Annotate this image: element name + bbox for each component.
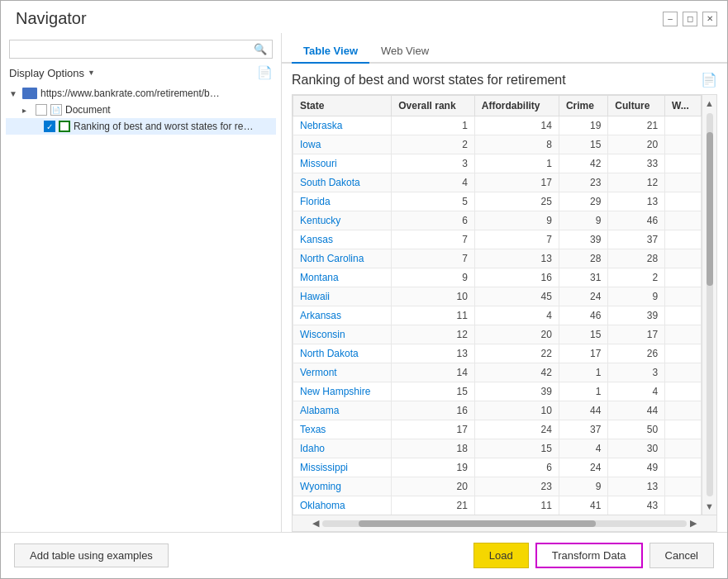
load-button[interactable]: Load — [473, 543, 529, 568]
document-node-label: Document — [65, 104, 111, 116]
table-cell: 46 — [559, 306, 607, 325]
table-cell: 26 — [608, 344, 665, 363]
table-cell: 17 — [474, 173, 559, 192]
table-cell: 20 — [474, 325, 559, 344]
table-row: Idaho1815430 — [293, 439, 702, 458]
table-cell: 1 — [559, 382, 607, 401]
search-bar: 🔍 — [9, 40, 273, 59]
table-cell: 30 — [608, 439, 665, 458]
table-cell: 9 — [474, 211, 559, 230]
table-cell: 45 — [474, 287, 559, 306]
table-cell: 17 — [559, 344, 607, 363]
table-cell: 44 — [608, 401, 665, 420]
table-row: Arkansas1144639 — [293, 306, 702, 325]
table-cell-extra — [665, 249, 702, 268]
left-panel: 🔍 Display Options ▼ 📄 ▼ https://www.bank… — [1, 33, 282, 532]
table-cell: Alabama — [293, 401, 392, 420]
scroll-down-arrow-icon[interactable]: ▼ — [705, 498, 714, 515]
table-cell: 11 — [392, 306, 475, 325]
preview-header: Ranking of best and worst states for ret… — [292, 72, 717, 88]
document-checkbox[interactable] — [36, 104, 47, 116]
table-cell: 42 — [559, 154, 607, 173]
scroll-up-arrow-icon[interactable]: ▲ — [705, 95, 714, 112]
table-cell: 13 — [474, 249, 559, 268]
table-cell: Texas — [293, 420, 392, 439]
table-cell: Oklahoma — [293, 496, 392, 515]
table-cell: 15 — [559, 325, 607, 344]
table-row: Florida5252913 — [293, 192, 702, 211]
table-cell: 4 — [392, 173, 475, 192]
table-cell: 9 — [559, 477, 607, 496]
scroll-thumb-vertical[interactable] — [707, 132, 713, 286]
display-options-button[interactable]: Display Options ▼ — [9, 67, 95, 79]
table-row: North Dakota13221726 — [293, 344, 702, 363]
table-cell-extra — [665, 173, 702, 192]
table-cell: 41 — [559, 496, 607, 515]
tab-bar: Table View Web View — [282, 40, 727, 64]
tree-node-document[interactable]: ▸ 📄 Document — [6, 102, 276, 118]
right-panel: Table View Web View Ranking of best and … — [282, 33, 727, 532]
tree-node-url[interactable]: ▼ https://www.bankrate.com/retirement/be… — [6, 85, 276, 102]
tab-table-view[interactable]: Table View — [292, 40, 369, 64]
add-table-button[interactable]: Add table using examples — [14, 543, 169, 567]
refresh-icon-button[interactable]: 📄 — [257, 65, 273, 80]
table-cell: Arkansas — [293, 306, 392, 325]
tab-web-view[interactable]: Web View — [369, 40, 440, 64]
tree-toggle-document: ▸ — [22, 106, 36, 115]
cancel-button[interactable]: Cancel — [649, 543, 714, 568]
vertical-scrollbar[interactable]: ▲ ▼ — [702, 95, 716, 515]
table-cell-extra — [665, 439, 702, 458]
close-button[interactable]: ✕ — [702, 12, 717, 26]
table-scroll-container[interactable]: State Overall rank Affordability Crime C… — [293, 95, 716, 515]
display-options-arrow-icon: ▼ — [88, 69, 95, 77]
table-cell: 4 — [559, 439, 607, 458]
table-cell: 4 — [608, 382, 665, 401]
table-cell: New Hampshire — [293, 382, 392, 401]
table-cell: North Carolina — [293, 249, 392, 268]
table-cell: 37 — [608, 230, 665, 249]
minimize-button[interactable]: – — [663, 12, 678, 26]
table-cell: 9 — [559, 211, 607, 230]
window-controls: – ◻ ✕ — [663, 12, 717, 26]
table-cell-extra — [665, 477, 702, 496]
table-row: South Dakota4172312 — [293, 173, 702, 192]
table-row: Kentucky69946 — [293, 211, 702, 230]
scroll-left-arrow-icon[interactable]: ◀ — [309, 518, 322, 529]
table-cell: Idaho — [293, 439, 392, 458]
table-row: New Hampshire153914 — [293, 382, 702, 401]
search-input[interactable] — [15, 43, 254, 55]
table-cell: 19 — [392, 458, 475, 477]
scroll-right-arrow-icon[interactable]: ▶ — [687, 518, 700, 529]
table-cell-extra — [665, 382, 702, 401]
table-cell: Kentucky — [293, 211, 392, 230]
col-header-crime: Crime — [559, 96, 607, 116]
table-cell: Florida — [293, 192, 392, 211]
scroll-thumb-horizontal[interactable] — [359, 520, 596, 527]
table-cell: 7 — [392, 230, 475, 249]
table-row: Texas17243750 — [293, 420, 702, 439]
table-cell: 9 — [392, 268, 475, 287]
horizontal-scrollbar[interactable]: ◀ ▶ — [293, 515, 716, 531]
col-header-culture: Culture — [608, 96, 665, 116]
table-cell: 4 — [474, 306, 559, 325]
table-cell: 39 — [474, 382, 559, 401]
table-row: Hawaii1045249 — [293, 287, 702, 306]
table-cell: 17 — [608, 325, 665, 344]
table-checkbox[interactable] — [44, 121, 55, 132]
transform-data-button[interactable]: Transform Data — [535, 543, 643, 568]
navigator-dialog: Navigator – ◻ ✕ 🔍 Display Options ▼ 📄 — [0, 0, 728, 579]
table-cell: 13 — [608, 477, 665, 496]
table-cell: 15 — [392, 382, 475, 401]
table-cell: 5 — [392, 192, 475, 211]
table-cell: 15 — [474, 439, 559, 458]
table-cell: 44 — [559, 401, 607, 420]
tree-node-table[interactable]: Ranking of best and worst states for ret… — [6, 118, 276, 135]
table-cell: 3 — [392, 154, 475, 173]
table-row: Oklahoma21114143 — [293, 496, 702, 515]
footer-right: Load Transform Data Cancel — [473, 543, 714, 568]
table-cell-extra — [665, 306, 702, 325]
table-cell-extra — [665, 211, 702, 230]
preview-export-icon: 📄 — [701, 72, 717, 88]
data-table: State Overall rank Affordability Crime C… — [293, 95, 702, 515]
restore-button[interactable]: ◻ — [683, 12, 697, 26]
